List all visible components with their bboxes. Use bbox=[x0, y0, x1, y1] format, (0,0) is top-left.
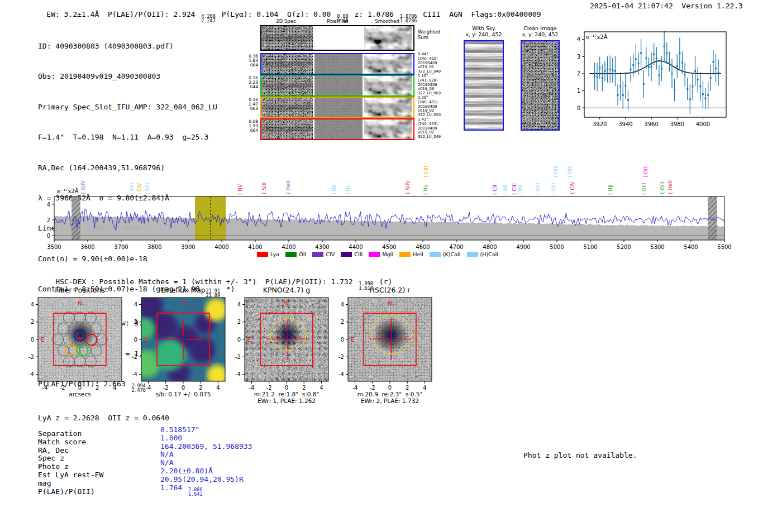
svg-text:3900: 3900 bbox=[181, 244, 195, 250]
spec2d-header-pixelflat: Pixel Flat bbox=[313, 18, 361, 24]
line-label-siii: { SiII bbox=[262, 183, 267, 195]
svg-text:2: 2 bbox=[199, 385, 202, 391]
header-plya-qz: P(Lyα): 0.104 Q(z): 0.00 bbox=[217, 10, 335, 18]
spec2d-row-2 bbox=[260, 75, 414, 97]
match-row-label: Est LyA rest-EW bbox=[38, 471, 103, 480]
info-slot: Primary Spec_Slot_IFU_AMP: 322_084_062_L… bbox=[38, 103, 235, 112]
line-label-cii: ( CII bbox=[493, 185, 498, 195]
svg-text:E: E bbox=[41, 336, 45, 343]
svg-text:-4: -4 bbox=[235, 371, 241, 377]
spec2d-row-3 bbox=[260, 97, 414, 118]
line-label-nv: ( NV bbox=[238, 184, 243, 195]
match-row-label: Match score bbox=[38, 438, 86, 447]
svg-text:e⁻¹⁷x2Å: e⁻¹⁷x2Å bbox=[586, 33, 608, 40]
svg-text:4900: 4900 bbox=[516, 244, 530, 250]
svg-text:5300: 5300 bbox=[650, 244, 664, 250]
legend-MgII: MgII bbox=[369, 251, 393, 257]
legend-label: (H)CaII bbox=[480, 251, 499, 257]
svg-text:-4: -4 bbox=[338, 371, 344, 377]
svg-text:s/b: 0.17 +/- 0.075: s/b: 0.17 +/- 0.075 bbox=[156, 391, 211, 397]
line-label-oiii: { OIII bbox=[660, 181, 665, 195]
svg-text:0: 0 bbox=[341, 337, 344, 343]
with-sky-image bbox=[464, 40, 504, 131]
match-row-label: Spec z bbox=[38, 454, 64, 463]
spec2d-row-4 bbox=[260, 118, 414, 140]
line-label-ciii: ) CIII bbox=[424, 166, 429, 178]
spectrum-chart: 3500360037003800390040004100420043004400… bbox=[34, 188, 748, 257]
legend-OII: OII bbox=[285, 251, 306, 257]
svg-text:2: 2 bbox=[96, 385, 99, 391]
spec2d-left-labels: 0.381.83064 bbox=[246, 54, 258, 68]
svg-text:N: N bbox=[181, 300, 185, 306]
svg-text:0: 0 bbox=[577, 105, 580, 111]
svg-text:0: 0 bbox=[182, 385, 185, 391]
legend-swatch bbox=[399, 252, 411, 257]
legend-swatch bbox=[257, 252, 268, 257]
line-label-oiii: ( OIII bbox=[130, 183, 135, 195]
svg-text:e⁻¹⁷x2Å: e⁻¹⁷x2Å bbox=[57, 188, 79, 194]
legend-label: CIV bbox=[326, 251, 335, 257]
info-radec: RA,Dec (164.200439,51.968796) bbox=[38, 164, 235, 172]
spec2d-cell-pixelflat bbox=[314, 26, 363, 50]
svg-text:-2: -2 bbox=[266, 385, 272, 391]
svg-text:5000: 5000 bbox=[550, 244, 564, 250]
svg-text:2: 2 bbox=[237, 319, 241, 325]
line-label-hδ: ) Hδ bbox=[332, 184, 337, 195]
legend-Lyα: Lyα bbox=[257, 251, 279, 257]
svg-text:4200: 4200 bbox=[282, 244, 295, 250]
spec2d-cell-pixelflat bbox=[314, 54, 363, 74]
spec2d-left-labels: 0.162.23044 bbox=[246, 76, 258, 90]
with-sky-title-text: With Sky bbox=[456, 25, 512, 31]
match-row-value: 1.000 bbox=[160, 434, 182, 443]
svg-text:4: 4 bbox=[31, 301, 34, 308]
svg-text:4600: 4600 bbox=[416, 244, 430, 250]
spec2d-cell-2dspec bbox=[261, 76, 313, 95]
svg-text:1: 1 bbox=[577, 88, 580, 94]
cutout-panel-lineflux_map: Lineflux MapNE-4-2024-4-2024s/b: 0.17 +/… bbox=[120, 284, 237, 404]
line-label-hγ: ) Hγ bbox=[346, 185, 351, 195]
legend-(H)CaII: (H)CaII bbox=[467, 251, 499, 257]
line-fit-chart: 3920394039603980400001234e⁻¹⁷x2Å bbox=[563, 28, 731, 131]
svg-text:4000: 4000 bbox=[696, 121, 710, 127]
spectrum-legend: LyαOIICIVCIIIMgIIHeII(K)CaII(H)CaII bbox=[257, 251, 498, 257]
info-id: ID: 4090300803 (4090300803.pdf) bbox=[38, 42, 235, 51]
photz-note: Phot z plot not available. bbox=[523, 451, 637, 459]
svg-text:EWr: 1, PLAE: 1.262: EWr: 1, PLAE: 1.262 bbox=[258, 397, 316, 404]
line-label-civ: ( CIV bbox=[137, 183, 142, 195]
svg-text:2: 2 bbox=[406, 385, 409, 391]
legend-label: MgII bbox=[382, 251, 393, 257]
cutout-panel-hsc_r: HSC(26.2) rNE-4-2024-4-2024m:20.9 re:2.3… bbox=[327, 284, 444, 404]
clean-image bbox=[521, 40, 560, 131]
line-label-siiv: { SiIV bbox=[406, 180, 411, 195]
match-row-value: 1.764 2.0861.642 bbox=[160, 484, 204, 496]
match-row-label: mag bbox=[38, 480, 51, 488]
match-row-value: 2.20(±0.80)Å bbox=[160, 467, 213, 476]
legend-swatch bbox=[312, 252, 323, 257]
line-label-hγ: ( Hγ bbox=[423, 185, 428, 195]
legend-label: OII bbox=[299, 251, 306, 257]
match-row-value: 20.95(20.94,20.95)R bbox=[160, 476, 244, 484]
svg-text:-4: -4 bbox=[352, 385, 358, 391]
svg-text:m:21.2 re:1.8" s:0.8": m:21.2 re:1.8" s:0.8" bbox=[254, 391, 320, 397]
svg-text:2: 2 bbox=[577, 70, 580, 76]
svg-text:KPNO(24.7) g: KPNO(24.7) g bbox=[263, 286, 310, 294]
svg-text:E: E bbox=[144, 336, 148, 343]
svg-text:-4: -4 bbox=[28, 371, 34, 377]
legend-label: CIII bbox=[354, 251, 363, 257]
spec2d-row-0 bbox=[260, 25, 414, 51]
svg-text:0: 0 bbox=[134, 337, 137, 343]
svg-text:-4: -4 bbox=[249, 385, 255, 391]
svg-text:-4: -4 bbox=[132, 371, 137, 377]
line-label-oiii: ) OIII bbox=[554, 166, 559, 178]
svg-text:3: 3 bbox=[577, 54, 580, 60]
match-row-value: N/A bbox=[160, 459, 173, 467]
match-row-value: 164.200369, 51.968933 bbox=[160, 443, 252, 451]
spec2d-header-2dspec: 2D Spec bbox=[260, 18, 312, 24]
legend-label: Lyα bbox=[270, 251, 279, 257]
legend-CIV: CIV bbox=[312, 251, 335, 257]
svg-text:N: N bbox=[78, 300, 82, 306]
line-label-oii: ) OII bbox=[643, 167, 649, 178]
legend-label: HeII bbox=[413, 251, 423, 257]
svg-text:-2: -2 bbox=[235, 354, 241, 360]
svg-text:Fiber Positions: Fiber Positions bbox=[55, 286, 105, 294]
